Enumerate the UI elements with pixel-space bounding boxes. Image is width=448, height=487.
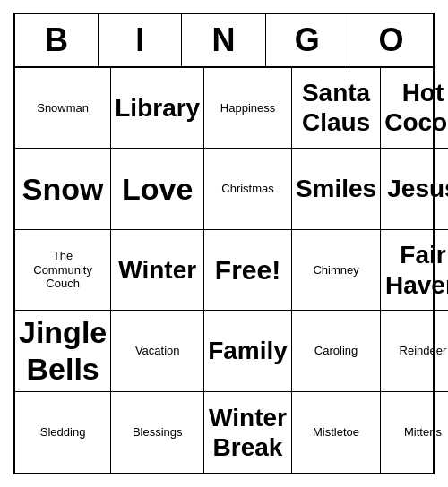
bingo-cell: TheCommunityCouch [15,230,111,312]
bingo-header-letter: N [182,14,265,66]
bingo-cell: Snow [15,149,111,230]
bingo-cell-text: Love [122,171,193,208]
bingo-cell-text: TheCommunityCouch [33,249,92,291]
bingo-cell: FairHaven [381,230,448,312]
bingo-cell-text: Vacation [135,344,180,358]
bingo-cell: Reindeer [381,311,448,392]
bingo-cell-text: Smiles [296,174,376,204]
bingo-header-letter: G [266,14,349,66]
bingo-cell: SantaClaus [292,68,381,150]
bingo-cell: Library [111,68,204,150]
bingo-cell: Snowman [15,68,111,150]
bingo-grid: SnowmanLibraryHappinessSantaClausHotCoco… [15,68,433,474]
bingo-cell-text: Christmas [221,182,274,196]
bingo-cell: Christmas [204,149,292,230]
bingo-cell-text: WinterBreak [209,403,287,463]
bingo-cell: Mittens [381,392,448,474]
bingo-cell-text: Chimney [313,263,358,278]
bingo-cell-text: JingleBells [19,314,107,388]
bingo-cell: Happiness [204,68,292,150]
bingo-cell: Vacation [111,311,204,392]
bingo-cell-text: Sledding [40,425,86,440]
bingo-cell-text: Mistletoe [313,425,359,440]
bingo-header-letter: I [99,14,182,66]
bingo-cell: Winter [111,230,204,312]
bingo-cell-text: Family [208,336,288,366]
bingo-cell: Smiles [292,149,381,230]
bingo-cell-text: FairHaven [385,240,448,300]
bingo-cell-text: SantaClaus [302,78,370,138]
bingo-cell-text: Snow [22,171,104,208]
bingo-cell: HotCocoa [381,68,448,150]
bingo-cell-text: Jesus [387,174,448,204]
bingo-cell-text: Blessings [133,425,183,440]
bingo-header-letter: O [349,14,433,66]
bingo-cell-text: Happiness [220,101,275,115]
bingo-cell-text: Winter [118,255,196,286]
bingo-cell: JingleBells [15,311,111,392]
bingo-cell-text: Snowman [37,101,89,115]
bingo-card: BINGO SnowmanLibraryHappinessSantaClausH… [13,13,435,475]
bingo-cell: Mistletoe [292,392,381,474]
bingo-cell-text: Mittens [404,425,442,440]
bingo-cell: Chimney [292,230,381,312]
bingo-cell: Sledding [15,392,111,474]
bingo-cell: Jesus [381,149,448,230]
bingo-cell: WinterBreak [204,392,292,474]
bingo-cell: Love [111,149,204,230]
bingo-cell-text: Library [115,93,200,124]
bingo-header: BINGO [15,14,433,68]
bingo-cell: Family [204,311,292,392]
bingo-cell: Caroling [292,311,381,392]
bingo-cell: Free! [204,230,292,312]
bingo-cell-text: Caroling [314,344,358,358]
bingo-cell-text: HotCocoa [384,78,448,138]
bingo-header-letter: B [15,14,99,66]
bingo-cell-text: Free! [215,254,280,286]
bingo-cell: Blessings [111,392,204,474]
bingo-cell-text: Reindeer [400,344,447,358]
